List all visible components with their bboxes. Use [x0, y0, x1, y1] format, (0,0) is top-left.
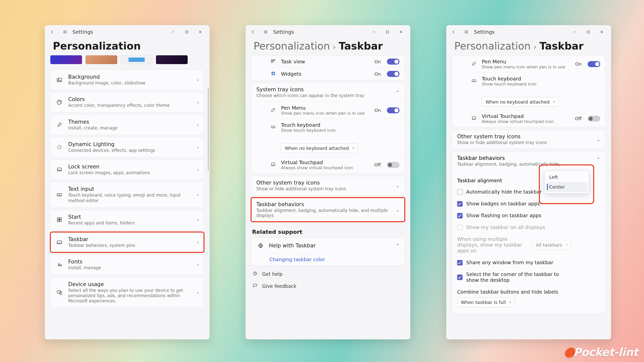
- window-maximize-button[interactable]: [180, 27, 193, 37]
- link-label: Give feedback: [262, 283, 296, 289]
- setting-title: Virtual Touchpad: [281, 159, 370, 165]
- taskbar-icon: [55, 238, 64, 247]
- window-minimize-button[interactable]: [166, 27, 180, 37]
- chevron-right-icon: ›: [534, 43, 536, 51]
- toggle-state-label: Off: [575, 116, 582, 121]
- titlebar: Settings: [246, 25, 410, 39]
- toggle-state-label: On: [374, 59, 381, 64]
- nav-item-text-input[interactable]: Text inputTouch keyboard, voice typing, …: [50, 182, 204, 208]
- group-header-system-tray[interactable]: System tray iconsChoose which icons can …: [251, 83, 405, 102]
- window-close-button[interactable]: [193, 27, 207, 37]
- svg-rect-0: [186, 31, 188, 33]
- back-button[interactable]: [248, 27, 258, 36]
- help-expander[interactable]: Help with Taskbar ⌃: [251, 238, 405, 253]
- other-system-tray-group[interactable]: Other system tray iconsShow or hide addi…: [251, 176, 405, 195]
- window-close-button[interactable]: [394, 27, 408, 37]
- content-scroll[interactable]: BackgroundBackground image, color, slide…: [45, 55, 210, 339]
- chevron-right-icon: ›: [333, 43, 336, 51]
- taskbar-behaviors-group[interactable]: Taskbar behaviorsTaskbar alignment, badg…: [251, 198, 405, 222]
- toggle-pen-menu[interactable]: [588, 61, 600, 67]
- setting-virtual-touchpad: Virtual TouchpadAlways show virtual touc…: [452, 110, 605, 127]
- window-maximize-button[interactable]: [581, 27, 595, 37]
- item-subtitle: Background image, color, slideshow: [68, 80, 192, 86]
- touch-keyboard-dropdown[interactable]: When no keyboard attached: [281, 143, 358, 153]
- nav-menu-button[interactable]: [461, 27, 471, 36]
- toggle-virtual-touchpad[interactable]: [387, 162, 399, 168]
- checkbox[interactable]: [457, 260, 463, 265]
- chevron-up-icon: ⌃: [396, 243, 399, 248]
- item-subtitle: Lock screen images, apps, animations: [68, 170, 192, 175]
- setting-touch-keyboard: Touch keyboardShow touch keyboard icon W…: [452, 72, 605, 110]
- nav-menu-button[interactable]: [60, 27, 70, 36]
- link-changing-taskbar-color[interactable]: Changing taskbar color: [269, 257, 325, 262]
- nav-item-colors[interactable]: ColorsAccent color, transparency effects…: [50, 92, 204, 112]
- check-show-desktop-corner[interactable]: Select the far corner of the taskbar to …: [457, 268, 600, 286]
- window-maximize-button[interactable]: [381, 27, 394, 37]
- checkbox[interactable]: [457, 189, 463, 195]
- item-subtitle: Install, create, manage: [68, 125, 192, 131]
- setting-pen-menu: Pen MenuShow pen menu icon when pen is i…: [452, 56, 605, 72]
- check-show-badges[interactable]: Show badges on taskbar apps: [457, 198, 600, 210]
- breadcrumb-current: Taskbar: [339, 40, 383, 52]
- scrollbar-thumb[interactable]: [208, 88, 209, 171]
- content-scroll[interactable]: Pen MenuShow pen menu icon when pen is i…: [446, 55, 611, 339]
- nav-item-themes[interactable]: ThemesInstall, create, manage ›: [50, 115, 204, 135]
- breadcrumb-root[interactable]: Personalization: [454, 40, 531, 52]
- nav-item-fonts[interactable]: FontsInstall, manage ›: [50, 254, 204, 275]
- window-minimize-button[interactable]: [568, 27, 581, 37]
- give-feedback-link[interactable]: Give feedback: [251, 280, 405, 292]
- titlebar: Settings: [45, 25, 210, 39]
- window-minimize-button[interactable]: [367, 27, 381, 37]
- item-title: Taskbar: [68, 236, 192, 242]
- chevron-down-icon: ⌄: [396, 207, 399, 212]
- svg-rect-17: [273, 60, 275, 61]
- other-system-tray-group[interactable]: Other system tray iconsShow or hide addi…: [452, 130, 606, 149]
- combine-dropdown[interactable]: When taskbar is full: [457, 297, 515, 307]
- theme-thumbnail-strip: [50, 55, 204, 70]
- checkbox[interactable]: [457, 213, 463, 218]
- alignment-option-left[interactable]: Left: [546, 172, 587, 182]
- help-link-row[interactable]: Changing taskbar color: [251, 253, 405, 265]
- svg-point-3: [58, 102, 59, 102]
- checkbox[interactable]: [457, 275, 463, 280]
- content-scroll[interactable]: Task view On Widgets On System tray icon…: [246, 55, 410, 339]
- toggle-task-view[interactable]: [387, 59, 399, 65]
- alignment-option-center[interactable]: Center: [546, 182, 587, 192]
- chevron-right-icon: ›: [197, 77, 199, 82]
- keyboard-icon: [470, 78, 478, 84]
- nav-menu-button[interactable]: [261, 27, 271, 36]
- nav-item-taskbar[interactable]: TaskbarTaskbar behaviors, system pins ›: [50, 232, 204, 252]
- theme-thumbnail[interactable]: [121, 55, 152, 64]
- nav-item-background[interactable]: BackgroundBackground image, color, slide…: [50, 70, 204, 90]
- chevron-right-icon: ›: [197, 100, 199, 105]
- theme-thumbnail[interactable]: [156, 55, 188, 64]
- pen-icon: [470, 61, 478, 67]
- theme-thumbnail[interactable]: [86, 55, 117, 64]
- nav-item-device-usage[interactable]: Device usageSelect all the ways you plan…: [50, 277, 204, 308]
- checkbox[interactable]: [457, 201, 463, 207]
- group-title: Taskbar behaviors: [457, 155, 596, 161]
- toggle-virtual-touchpad[interactable]: [588, 116, 600, 122]
- setting-virtual-touchpad: Virtual TouchpadAlways show virtual touc…: [251, 156, 405, 173]
- back-button[interactable]: [449, 27, 459, 36]
- nav-item-dynamic-lighting[interactable]: Dynamic LightingConnected devices, effec…: [50, 137, 204, 157]
- touch-keyboard-dropdown[interactable]: When no keyboard attached: [482, 97, 558, 107]
- multi-display-row: When using multiple displays, show my ta…: [457, 233, 600, 257]
- theme-thumbnail[interactable]: [50, 55, 82, 64]
- setting-pen-menu: Pen MenuShow pen menu icon when pen is i…: [251, 102, 405, 119]
- toggle-widgets[interactable]: [387, 71, 399, 77]
- taskbar-alignment-popup[interactable]: Left Center: [544, 170, 589, 194]
- nav-item-lock-screen[interactable]: Lock screenLock screen images, apps, ani…: [50, 159, 204, 180]
- get-help-link[interactable]: Get help: [251, 268, 405, 280]
- back-button[interactable]: [47, 27, 57, 36]
- breadcrumb-root[interactable]: Personalization: [254, 40, 330, 52]
- toggle-pen-menu[interactable]: [387, 107, 399, 113]
- check-share-window[interactable]: Share any window from my taskbar: [457, 257, 600, 268]
- item-title: Start: [68, 214, 192, 220]
- nav-item-start[interactable]: StartRecent apps and items, folders ›: [50, 210, 204, 230]
- combine-buttons-row: Combine taskbar buttons and hide labels …: [457, 286, 600, 310]
- svg-point-2: [58, 79, 59, 80]
- window-close-button[interactable]: [595, 27, 609, 37]
- check-show-flashing[interactable]: Show flashing on taskbar apps: [457, 210, 600, 221]
- svg-point-5: [60, 102, 61, 102]
